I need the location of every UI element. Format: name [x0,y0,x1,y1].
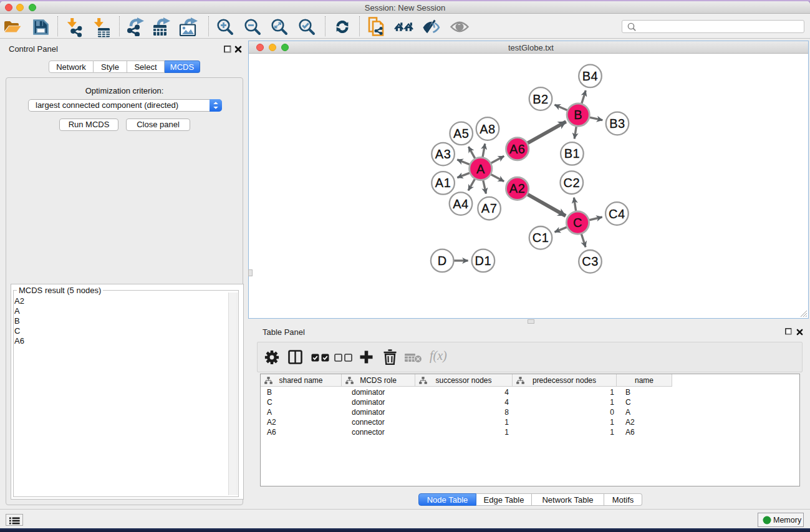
svg-text:C1: C1 [533,231,549,244]
svg-text:A6: A6 [509,142,525,155]
svg-text:A1: A1 [435,176,451,190]
svg-text:A8: A8 [480,122,495,135]
svg-text:B1: B1 [564,147,580,160]
svg-text:B: B [574,108,582,122]
svg-text:C: C [573,216,582,230]
svg-text:B4: B4 [582,69,598,82]
svg-text:A2: A2 [509,181,525,195]
svg-text:C3: C3 [582,254,599,268]
svg-text:D: D [438,253,447,267]
svg-text:C2: C2 [564,175,581,189]
svg-text:C4: C4 [609,206,625,220]
svg-text:B2: B2 [533,92,548,105]
svg-text:A7: A7 [481,201,497,215]
svg-text:D1: D1 [475,253,492,267]
svg-text:B3: B3 [609,117,625,130]
svg-text:A3: A3 [435,147,451,161]
svg-text:A4: A4 [453,196,468,210]
svg-text:A: A [476,162,485,175]
svg-text:A5: A5 [453,126,469,140]
